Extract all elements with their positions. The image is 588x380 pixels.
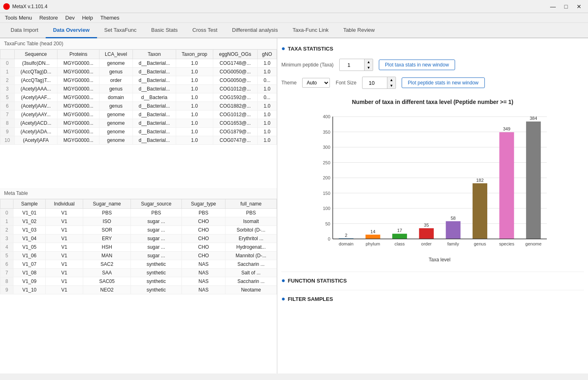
bar-family [446, 221, 460, 239]
min-peptide-input[interactable] [340, 61, 364, 69]
min-peptide-up[interactable]: ▲ [365, 59, 373, 65]
table-cell: CHO [182, 217, 225, 226]
row-index: 6 [0, 102, 15, 110]
row-index: 5 [0, 252, 13, 260]
table-cell: genome [99, 128, 133, 136]
table-cell: Saccharin ... [225, 260, 277, 269]
table-cell: NAS [182, 269, 225, 277]
table-cell: V1_09 [13, 277, 46, 286]
table-cell: 1.0 [176, 119, 213, 128]
svg-text:200: 200 [323, 175, 330, 180]
menu-tools[interactable]: Tools Menu [5, 15, 32, 21]
table-cell: genome [99, 110, 133, 119]
table-cell: V1 [45, 252, 83, 260]
tab-table-review[interactable]: Table Review [336, 23, 382, 38]
table-row: 3V1_04V1ERYsugar ...CHOErythritol ... [0, 234, 277, 243]
table-cell: COG1653@... [213, 119, 257, 128]
table-cell: (Acetyl)AAV... [14, 102, 57, 110]
table-cell: V1_07 [13, 260, 46, 269]
tab-differential-analysis[interactable]: Differential analysis [225, 23, 285, 38]
table-cell: V1_04 [13, 234, 46, 243]
table-cell: MGYG0000... [57, 93, 99, 102]
table-row: 1V1_02V1ISOsugar ...CHOIsomalt [0, 217, 277, 226]
table-cell: NAS [182, 277, 225, 286]
table-cell: domain [99, 93, 133, 102]
tab-data-overview[interactable]: Data Overview [46, 23, 97, 38]
table-cell: d__Bacterial... [133, 68, 176, 76]
maximize-button[interactable]: □ [560, 2, 572, 11]
table-cell: PBS [83, 209, 131, 217]
svg-text:100: 100 [323, 206, 330, 211]
svg-text:order: order [421, 241, 432, 246]
min-peptide-label: Minimum peptide (Taxa) [281, 62, 334, 68]
menu-restore[interactable]: Restore [39, 15, 58, 21]
table-cell: sugar ... [131, 234, 182, 243]
plot-peptide-button[interactable]: Plot peptide stats in new window [402, 77, 484, 88]
tab-data-import[interactable]: Data Import [3, 23, 46, 38]
table-cell: sugar ... [131, 217, 182, 226]
table-cell: NAS [182, 286, 225, 294]
close-button[interactable]: ✕ [573, 2, 585, 11]
table-cell: PBS [182, 209, 225, 217]
row-index: 5 [0, 93, 15, 102]
table-cell: 0... [257, 76, 276, 85]
table-cell: (Acetyl)ADA... [14, 128, 57, 136]
row-index: 1 [0, 68, 15, 76]
table-cell: SAC05 [83, 277, 131, 286]
taxa-stats-header: ● TAXA STATISTICS [281, 42, 584, 55]
menu-help[interactable]: Help [82, 15, 93, 21]
right-panel[interactable]: ● TAXA STATISTICS Minimum peptide (Taxa)… [277, 38, 588, 373]
table-cell: V1 [45, 243, 83, 252]
tab-basic-stats[interactable]: Basic Stats [144, 23, 185, 38]
table-cell: d__Bacterial... [133, 110, 176, 119]
table-row: 5V1_06V1MANsugar ...CHOMannitol (D-... [0, 252, 277, 260]
table-cell: 1.0 [257, 128, 276, 136]
meta-section-label: Meta Table [0, 188, 277, 199]
minimize-button[interactable]: — [547, 2, 559, 11]
meta-table-wrapper[interactable]: SampleIndividualSugar_nameSugar_sourceSu… [0, 199, 277, 373]
table-row: 4V1_05V1HSHsugar ...CHOHydrogenat... [0, 243, 277, 252]
svg-text:species: species [499, 241, 515, 246]
svg-text:phylum: phylum [366, 241, 380, 246]
tab-taxa-func-link[interactable]: Taxa-Func Link [285, 23, 336, 38]
font-size-down[interactable]: ▼ [387, 83, 396, 88]
min-peptide-down[interactable]: ▼ [365, 65, 373, 71]
table-cell: 1.0 [176, 102, 213, 110]
table-row: 9(Acetyl)ADA...MGYG0000...genomed__Bacte… [0, 128, 277, 136]
table-row: 8(Acetyl)ACD...MGYG0000...genomed__Bacte… [0, 119, 277, 128]
table-cell: MGYG0000... [57, 102, 99, 110]
taxafunc-table-wrapper[interactable]: SequenceProteinsLCA_levelTaxonTaxon_prop… [0, 49, 277, 188]
tabs-bar: Data Import Data Overview Set TaxaFunc B… [0, 23, 588, 38]
table-cell: V1 [45, 226, 83, 234]
tab-set-taxafunc[interactable]: Set TaxaFunc [97, 23, 144, 38]
table-cell: Salt of ... [225, 269, 277, 277]
table-cell: 0... [257, 93, 276, 102]
menu-themes[interactable]: Themes [100, 15, 119, 21]
filter-samples-header: ● FILTER SAMPLES [281, 293, 584, 305]
table-cell: (AccQTag)D... [14, 68, 57, 76]
table-cell: COG0050@... [213, 68, 257, 76]
menu-dev[interactable]: Dev [65, 15, 75, 21]
min-peptide-spinbox[interactable]: ▲ ▼ [339, 59, 373, 71]
font-size-up[interactable]: ▲ [387, 77, 396, 83]
table-row: 0V1_01V1PBSPBSPBSPBS [0, 209, 277, 217]
meta-col-0 [0, 199, 13, 209]
taxafunc-col-0 [0, 50, 15, 59]
font-size-spinbox[interactable]: ▲ ▼ [362, 77, 396, 89]
controls-row-1: Minimum peptide (Taxa) ▲ ▼ Plot taxa sta… [281, 57, 584, 73]
font-size-input[interactable] [363, 79, 387, 87]
filter-samples-label: FILTER SAMPLES [288, 296, 333, 302]
table-cell: MAN [83, 252, 131, 260]
table-cell: COG1748@... [213, 59, 257, 68]
plot-taxa-button[interactable]: Plot taxa stats in new window [379, 60, 455, 70]
table-cell: V1_03 [13, 226, 46, 234]
table-cell: PBS [131, 209, 182, 217]
table-cell: 1.0 [176, 128, 213, 136]
table-cell: ERY [83, 234, 131, 243]
titlebar-controls[interactable]: — □ ✕ [547, 2, 585, 11]
theme-select[interactable]: Auto White Dark Pastel [302, 78, 330, 88]
tab-cross-test[interactable]: Cross Test [185, 23, 225, 38]
row-index: 8 [0, 119, 15, 128]
table-cell: Erythritol ... [225, 234, 277, 243]
table-cell: MGYG0000... [57, 76, 99, 85]
